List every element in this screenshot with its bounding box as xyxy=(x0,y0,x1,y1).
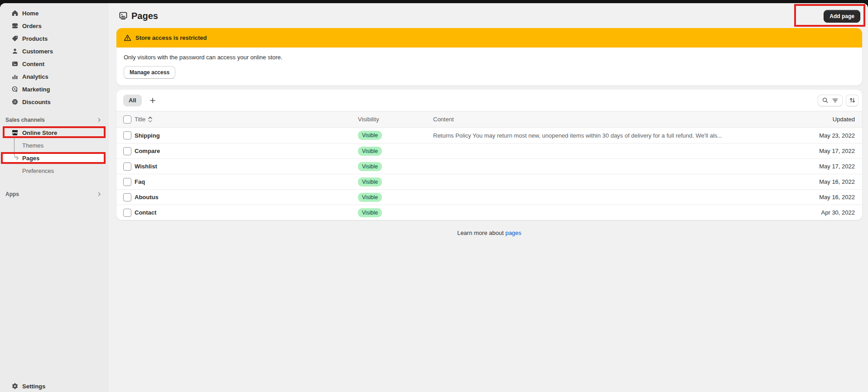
select-all-checkbox[interactable] xyxy=(123,115,131,124)
row-checkbox[interactable] xyxy=(123,193,131,201)
pages-title-icon xyxy=(119,11,128,20)
row-title[interactable]: Shipping xyxy=(135,132,358,139)
status-badge: Visible xyxy=(358,193,382,202)
manage-access-button[interactable]: Manage access xyxy=(124,66,175,79)
admin-frame: Home Orders Products Customers Content A… xyxy=(0,3,868,392)
banner-title: Store access is restricted xyxy=(135,34,207,41)
title-sort-icon xyxy=(148,116,153,123)
sidebar-item-customers[interactable]: Customers xyxy=(0,45,109,57)
sidebar-section-apps[interactable]: Apps xyxy=(0,188,109,201)
row-title[interactable]: Contact xyxy=(135,209,358,216)
sidebar-item-content[interactable]: Content xyxy=(0,57,109,70)
row-checkbox[interactable] xyxy=(123,163,131,171)
column-header-content: Content xyxy=(433,116,794,123)
column-header-title[interactable]: Title xyxy=(135,116,358,123)
row-updated: May 23, 2022 xyxy=(794,132,862,139)
row-checkbox[interactable] xyxy=(123,131,131,139)
banner-body-text: Only visitors with the password can acce… xyxy=(124,54,855,61)
sidebar-item-discounts[interactable]: Discounts xyxy=(0,96,109,108)
pages-help-link[interactable]: pages xyxy=(505,229,521,236)
sidebar-item-label: Marketing xyxy=(22,86,50,93)
orders-icon xyxy=(11,22,19,29)
main-content: Pages Add page Store access is restricte… xyxy=(109,3,868,392)
row-title[interactable]: Compare xyxy=(135,148,358,154)
home-icon xyxy=(11,10,19,17)
chevron-right-icon xyxy=(97,192,101,196)
add-view-button[interactable] xyxy=(147,95,159,106)
column-header-updated: Updated xyxy=(794,116,862,123)
sidebar-item-settings[interactable]: Settings xyxy=(0,380,109,392)
sidebar-item-label: Analytics xyxy=(22,73,48,80)
sidebar-item-themes[interactable]: Themes xyxy=(0,139,109,152)
status-badge: Visible xyxy=(358,131,382,140)
add-tab-icon xyxy=(149,97,156,104)
table-row[interactable]: Compare Visible May 17, 2022 xyxy=(116,143,862,158)
row-checkbox[interactable] xyxy=(123,178,131,186)
marketing-icon xyxy=(11,86,19,93)
sidebar-item-label: Settings xyxy=(22,383,45,390)
sidebar-item-online-store[interactable]: Online Store xyxy=(0,126,109,139)
table-row[interactable]: Faq Visible May 16, 2022 xyxy=(116,174,862,189)
add-page-button[interactable]: Add page xyxy=(824,10,860,23)
sidebar-item-orders[interactable]: Orders xyxy=(0,19,109,32)
table-header-row: Title Visibility Content Updated xyxy=(116,111,862,128)
sidebar-item-products[interactable]: Products xyxy=(0,32,109,45)
sub-item-label: Preferences xyxy=(22,167,54,174)
page-title-text: Pages xyxy=(131,11,158,21)
sidebar-item-label: Content xyxy=(22,61,44,67)
sidebar-item-home[interactable]: Home xyxy=(0,7,109,19)
online-store-icon xyxy=(11,129,19,136)
sidebar-item-preferences[interactable]: Preferences xyxy=(0,164,109,177)
store-access-banner: Store access is restricted Only visitors… xyxy=(116,28,862,86)
search-icon xyxy=(822,97,829,104)
row-updated: May 17, 2022 xyxy=(794,163,862,170)
row-title[interactable]: Wishlist xyxy=(135,163,358,170)
status-badge: Visible xyxy=(358,208,382,217)
footer-help-text: Learn more about pages xyxy=(116,229,862,236)
sidebar-item-label: Home xyxy=(22,10,39,17)
row-updated: May 16, 2022 xyxy=(794,194,862,201)
row-title[interactable]: Faq xyxy=(135,178,358,185)
tab-all[interactable]: All xyxy=(123,95,142,106)
sub-item-label: Pages xyxy=(22,155,39,162)
filter-icon xyxy=(832,97,839,104)
analytics-icon xyxy=(11,73,19,80)
row-checkbox[interactable] xyxy=(123,147,131,155)
customers-icon xyxy=(11,48,19,55)
row-title[interactable]: Aboutus xyxy=(135,194,358,201)
sidebar-item-label: Online Store xyxy=(22,129,57,136)
sidebar-item-analytics[interactable]: Analytics xyxy=(0,70,109,83)
sidebar-item-label: Discounts xyxy=(22,99,51,105)
chevron-right-icon xyxy=(97,118,101,122)
page-title: Pages xyxy=(119,9,158,23)
row-updated: May 17, 2022 xyxy=(794,148,862,154)
table-row[interactable]: Aboutus Visible May 16, 2022 xyxy=(116,189,862,205)
sidebar-item-label: Orders xyxy=(22,23,42,29)
products-icon xyxy=(11,35,19,42)
row-updated: Apr 30, 2022 xyxy=(794,209,862,216)
discounts-icon xyxy=(11,98,19,105)
sort-icon xyxy=(849,97,856,104)
table-row[interactable]: Contact Visible Apr 30, 2022 xyxy=(116,205,862,220)
status-badge: Visible xyxy=(358,162,382,171)
sidebar: Home Orders Products Customers Content A… xyxy=(0,3,109,392)
status-badge: Visible xyxy=(358,177,382,186)
content-icon xyxy=(11,60,19,67)
settings-icon xyxy=(11,382,19,390)
table-row[interactable]: Wishlist Visible May 17, 2022 xyxy=(116,158,862,174)
status-badge: Visible xyxy=(358,147,382,156)
search-filter-button[interactable] xyxy=(818,95,843,106)
sidebar-item-pages[interactable]: Pages xyxy=(4,152,105,164)
pages-table-card: All Title Visibility xyxy=(116,90,862,220)
table-row[interactable]: Shipping Visible Returns Policy You may … xyxy=(116,128,862,143)
sidebar-item-marketing[interactable]: Marketing xyxy=(0,83,109,96)
banner-header: Store access is restricted xyxy=(116,28,862,48)
row-checkbox[interactable] xyxy=(123,209,131,217)
apps-label: Apps xyxy=(5,191,19,197)
sidebar-section-sales-channels[interactable]: Sales channels xyxy=(0,114,109,126)
row-content: Returns Policy You may return most new, … xyxy=(433,132,794,139)
row-updated: May 16, 2022 xyxy=(794,178,862,185)
sort-button[interactable] xyxy=(846,95,858,106)
column-header-visibility: Visibility xyxy=(358,116,433,123)
sidebar-item-label: Products xyxy=(22,35,48,42)
